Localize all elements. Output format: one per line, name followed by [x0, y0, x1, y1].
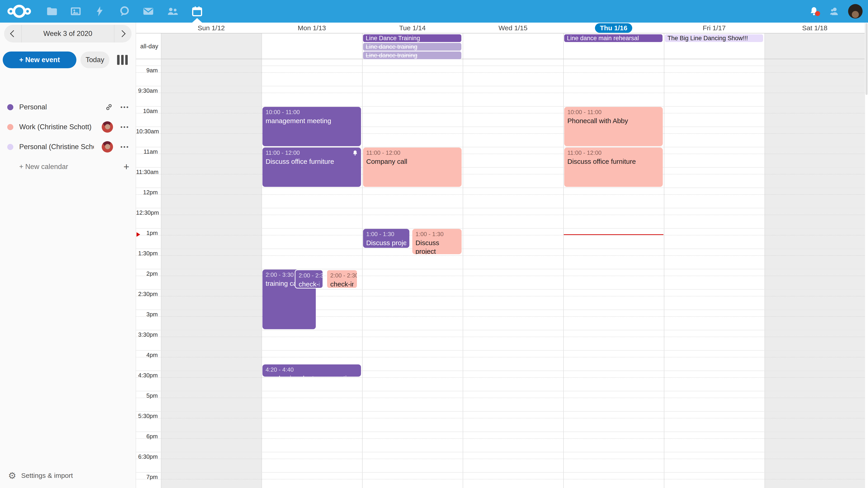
all-day-event[interactable]: The Big Line Dancing Show!!!: [665, 34, 763, 42]
day-header-3[interactable]: Wed 1/15: [463, 23, 563, 33]
day-header-1[interactable]: Mon 1/13: [261, 23, 362, 33]
top-bar: [0, 0, 868, 23]
event-discuss-office-furniture[interactable]: 11:00 - 12:00Discuss office furniture: [564, 148, 663, 187]
calendar-list-item-0[interactable]: Personal•••: [0, 97, 135, 117]
new-event-button[interactable]: + New event: [3, 52, 76, 68]
time-label: 11:30am: [136, 168, 158, 175]
shared-by-avatar: [102, 121, 113, 133]
slot-subline: [136, 337, 865, 337]
all-day-event[interactable]: Line dance main rehearsal: [564, 34, 662, 42]
slot-subline: [136, 255, 865, 256]
day-column-6: [765, 59, 865, 488]
current-time-line: [564, 234, 663, 235]
activity-app-button[interactable]: [90, 0, 110, 23]
time-label: 7pm: [136, 474, 158, 481]
day-header-label: Wed 1/15: [499, 24, 528, 32]
all-day-cell-6: [765, 33, 865, 59]
event-discuss-project-announcement[interactable]: 1:00 - 1:30Discuss project announcement: [363, 229, 409, 248]
all-day-event[interactable]: Line dance training: [363, 43, 461, 51]
photos-app-button[interactable]: [66, 0, 86, 23]
plus-icon[interactable]: +: [123, 161, 129, 172]
new-calendar-button[interactable]: + New calendar+: [0, 157, 135, 177]
files-app-button[interactable]: [42, 0, 62, 23]
day-header-label: Mon 1/13: [298, 24, 326, 32]
scrollbar-thumb[interactable]: [866, 23, 868, 95]
contacts-app-button[interactable]: [162, 0, 183, 23]
all-day-label: all-day: [136, 33, 161, 59]
slot-line: [136, 167, 865, 168]
day-header-label: Fri 1/17: [703, 24, 726, 32]
slot-line: [136, 228, 865, 229]
event-company-call[interactable]: 11:00 - 12:00Company call: [363, 148, 462, 187]
slot-line: [136, 431, 865, 432]
event-check-in[interactable]: 2:00 - 2:30check-in: [295, 269, 323, 289]
day-header-6[interactable]: Sat 1/18: [765, 23, 865, 33]
event-purchasing-dept-conversation[interactable]: 4:20 - 4:40purchasing dept conversation: [262, 364, 361, 377]
settings-label: Settings & import: [21, 472, 73, 480]
calendar-actions-menu[interactable]: •••: [121, 104, 129, 111]
slot-subline: [136, 174, 865, 174]
event-check-in[interactable]: 2:00 - 2:30check-in: [327, 269, 358, 289]
time-label: 2:30pm: [136, 291, 158, 297]
reminder-bell-icon: [352, 150, 358, 156]
calendar-name: Work (Christine Schott): [19, 123, 92, 131]
today-button[interactable]: Today: [81, 52, 110, 68]
slot-line: [136, 391, 865, 391]
day-column-0: [161, 59, 261, 488]
nextcloud-logo[interactable]: [9, 0, 29, 23]
event-discuss-office-furniture[interactable]: 11:00 - 12:00Discuss office furniture: [262, 148, 361, 187]
slot-line: [136, 66, 865, 66]
mail-app-button[interactable]: [138, 0, 158, 23]
calendar-actions-menu[interactable]: •••: [121, 124, 129, 131]
share-link-icon[interactable]: [105, 103, 113, 111]
event-title: management meeting: [266, 117, 358, 125]
mail-icon: [143, 5, 154, 17]
time-label: 12:30pm: [136, 209, 158, 216]
slot-line: [136, 249, 865, 249]
slot-subline: [136, 479, 865, 480]
new-calendar-label: + New calendar: [19, 163, 68, 171]
slot-subline: [136, 459, 865, 459]
week-label[interactable]: Week 3 of 2020: [21, 25, 114, 42]
event-title: Phonecall with Abby: [567, 117, 659, 125]
day-header-row: Sun 1/12Mon 1/13Tue 1/14Wed 1/15Thu 1/16…: [136, 23, 865, 33]
notifications-button[interactable]: [804, 6, 824, 17]
scrollbar: [865, 23, 868, 488]
settings-and-import[interactable]: ⚙ Settings & import: [0, 468, 73, 484]
day-header-2[interactable]: Tue 1/14: [362, 23, 463, 33]
all-day-cell-1: [261, 33, 362, 59]
day-header-0[interactable]: Sun 1/12: [161, 23, 261, 33]
event-discuss-project-announcement[interactable]: 1:00 - 1:30Discuss project announcement: [412, 229, 462, 254]
time-grid: 9am9:30am10am10:30am11am11:30am12pm12:30…: [136, 59, 865, 488]
calendar-list-item-2[interactable]: Personal (Christine Scho...•••: [0, 137, 135, 157]
event-title: Company call: [366, 157, 458, 166]
event-title: purchasing dept conversation: [266, 374, 358, 377]
slot-subline: [136, 316, 865, 317]
calendar-actions-menu[interactable]: •••: [121, 143, 129, 151]
event-management-meeting[interactable]: 10:00 - 11:00management meeting: [262, 107, 361, 146]
event-time: 10:00 - 11:00: [266, 109, 358, 116]
previous-week-button[interactable]: [4, 25, 21, 42]
user-avatar[interactable]: [848, 4, 863, 19]
time-label: 4:30pm: [136, 372, 158, 379]
link-icon: [105, 103, 113, 111]
all-day-event[interactable]: Line Dance Training: [363, 34, 461, 42]
gear-icon: ⚙: [8, 470, 16, 481]
contacts-menu-button[interactable]: [824, 6, 844, 17]
event-phonecall-with-abby[interactable]: 10:00 - 11:00Phonecall with Abby: [564, 107, 663, 146]
calendar-list-item-1[interactable]: Work (Christine Schott)•••: [0, 117, 135, 137]
day-header-5[interactable]: Fri 1/17: [664, 23, 765, 33]
day-header-4[interactable]: Thu 1/16: [563, 23, 664, 33]
talk-app-button[interactable]: [114, 0, 135, 23]
all-day-cell-3: [463, 33, 563, 59]
talk-icon: [119, 5, 130, 17]
all-day-event[interactable]: Line dance training: [363, 52, 461, 59]
time-label: 6pm: [136, 433, 158, 440]
view-switcher-icon[interactable]: [117, 55, 128, 65]
next-week-button[interactable]: [114, 25, 131, 42]
photos-icon: [70, 5, 82, 17]
event-time: 2:00 - 2:30: [299, 272, 319, 279]
contacts-icon: [166, 5, 179, 18]
calendar-color-dot: [7, 144, 13, 150]
time-label: 4pm: [136, 352, 158, 359]
